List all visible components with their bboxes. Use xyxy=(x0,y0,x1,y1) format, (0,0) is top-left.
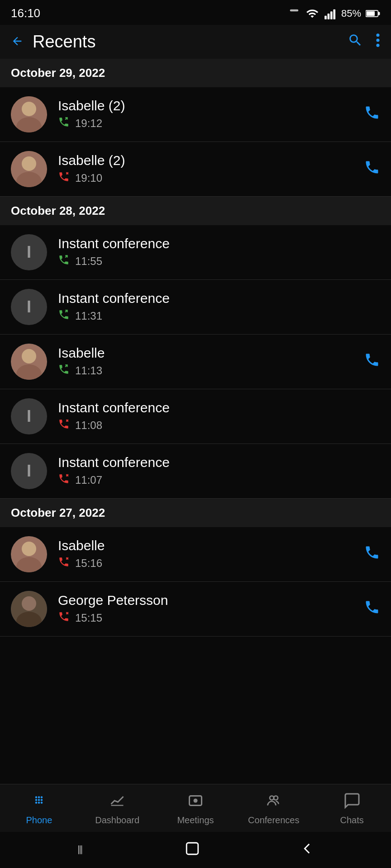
call-phone-button[interactable] xyxy=(364,159,380,179)
conferences-nav-icon xyxy=(266,793,282,812)
call-phone-button[interactable] xyxy=(364,599,380,619)
svg-point-34 xyxy=(41,802,43,804)
svg-point-12 xyxy=(22,102,36,116)
call-info: Instant conference 11:55 xyxy=(58,236,380,269)
chats-nav-label: Chats xyxy=(340,815,363,826)
avatar: I xyxy=(11,398,47,434)
call-meta: 11:13 xyxy=(58,363,364,378)
call-time: 11:31 xyxy=(75,310,102,322)
nav-chats[interactable]: Chats xyxy=(313,784,391,832)
call-type-icon xyxy=(58,363,70,378)
call-time: 11:08 xyxy=(75,419,102,432)
call-type-icon xyxy=(58,611,70,625)
chats-nav-icon xyxy=(344,793,360,812)
call-info: Instant conference 11:08 xyxy=(58,400,380,433)
call-time: 11:07 xyxy=(75,474,102,486)
svg-point-26 xyxy=(35,796,38,798)
avatar xyxy=(11,96,47,132)
caller-name: George Petersson xyxy=(58,593,364,608)
svg-point-9 xyxy=(376,38,379,42)
caller-name: Isabelle xyxy=(58,345,364,361)
svg-rect-7 xyxy=(378,12,380,15)
signal-icon xyxy=(324,7,337,20)
svg-rect-3 xyxy=(330,11,333,19)
call-time: 19:10 xyxy=(75,172,102,184)
svg-point-39 xyxy=(274,796,278,800)
bottom-navigation: Phone Dashboard Meetings xyxy=(0,784,391,832)
call-item[interactable]: I Instant conference 11:07 xyxy=(0,444,391,499)
back-button[interactable] xyxy=(11,33,24,52)
call-type-icon xyxy=(58,171,70,185)
caller-name: Isabelle (2) xyxy=(58,98,364,113)
nav-phone[interactable]: Phone xyxy=(0,784,78,832)
caller-name: Isabelle xyxy=(58,538,364,553)
svg-rect-4 xyxy=(333,9,335,19)
caller-name: Instant conference xyxy=(58,455,380,470)
page-title: Recents xyxy=(33,32,348,52)
svg-point-10 xyxy=(376,43,379,47)
more-options-button[interactable] xyxy=(376,33,380,52)
call-item[interactable]: I Instant conference 11:08 xyxy=(0,389,391,444)
call-item[interactable]: Isabelle 15:16 xyxy=(0,527,391,582)
svg-point-31 xyxy=(41,799,43,801)
dashboard-nav-label: Dashboard xyxy=(95,815,139,826)
nav-conferences[interactable]: Conferences xyxy=(234,784,313,832)
call-list: October 29, 2022 Isabelle (2) 19:12 xyxy=(0,59,391,868)
svg-rect-1 xyxy=(324,15,327,19)
call-info: Isabelle 15:16 xyxy=(58,538,364,571)
section-header-oct27: October 27, 2022 xyxy=(0,499,391,527)
home-button[interactable] xyxy=(185,841,200,859)
svg-rect-6 xyxy=(367,11,375,15)
svg-point-32 xyxy=(35,802,38,804)
header-actions xyxy=(348,33,380,52)
svg-point-28 xyxy=(41,796,43,798)
call-info: Isabelle (2) 19:12 xyxy=(58,98,364,131)
call-phone-button[interactable] xyxy=(364,352,380,372)
meetings-nav-label: Meetings xyxy=(177,815,214,826)
call-info: Instant conference 11:31 xyxy=(58,291,380,323)
battery-percent: 85% xyxy=(341,8,361,19)
battery-icon xyxy=(366,9,380,19)
section-header-oct28: October 28, 2022 xyxy=(0,197,391,225)
call-meta: 11:08 xyxy=(58,418,380,433)
svg-rect-0 xyxy=(290,9,299,11)
avatar xyxy=(11,151,47,187)
call-item[interactable]: I Instant conference 11:31 xyxy=(0,280,391,335)
caller-name: Instant conference xyxy=(58,291,380,306)
recent-apps-button[interactable]: ⫴ xyxy=(77,843,84,858)
call-meta: 19:10 xyxy=(58,171,364,185)
nav-meetings[interactable]: Meetings xyxy=(157,784,235,832)
phone-nav-label: Phone xyxy=(26,815,52,826)
call-item[interactable]: Isabelle (2) 19:10 xyxy=(0,142,391,197)
svg-rect-40 xyxy=(186,843,198,854)
avatar: I xyxy=(11,289,47,325)
call-type-icon xyxy=(58,556,70,571)
call-item[interactable]: I Instant conference 11:55 xyxy=(0,225,391,280)
call-item[interactable]: Isabelle (2) 19:12 xyxy=(0,87,391,142)
svg-point-27 xyxy=(38,796,40,798)
status-time: 16:10 xyxy=(11,6,40,20)
avatar xyxy=(11,536,47,572)
nav-dashboard[interactable]: Dashboard xyxy=(78,784,157,832)
svg-point-21 xyxy=(22,542,36,556)
svg-point-24 xyxy=(22,596,36,611)
dashboard-nav-icon xyxy=(109,793,125,812)
call-phone-button[interactable] xyxy=(364,104,380,124)
avatar xyxy=(11,344,47,380)
call-time: 19:12 xyxy=(75,117,102,130)
status-bar: 16:10 85% xyxy=(0,0,391,25)
header: Recents xyxy=(0,25,391,59)
back-nav-button[interactable] xyxy=(301,841,314,859)
call-info: Isabelle 11:13 xyxy=(58,345,364,378)
call-meta: 11:31 xyxy=(58,309,380,323)
call-meta: 15:16 xyxy=(58,556,364,571)
call-item[interactable]: Isabelle 11:13 xyxy=(0,335,391,389)
call-time: 15:15 xyxy=(75,612,102,624)
caller-name: Instant conference xyxy=(58,236,380,251)
call-item[interactable]: George Petersson 15:15 xyxy=(0,582,391,637)
search-button[interactable] xyxy=(348,33,363,52)
caller-name: Instant conference xyxy=(58,400,380,415)
svg-point-37 xyxy=(193,799,197,803)
call-phone-button[interactable] xyxy=(364,544,380,564)
wifi-icon xyxy=(305,7,319,20)
